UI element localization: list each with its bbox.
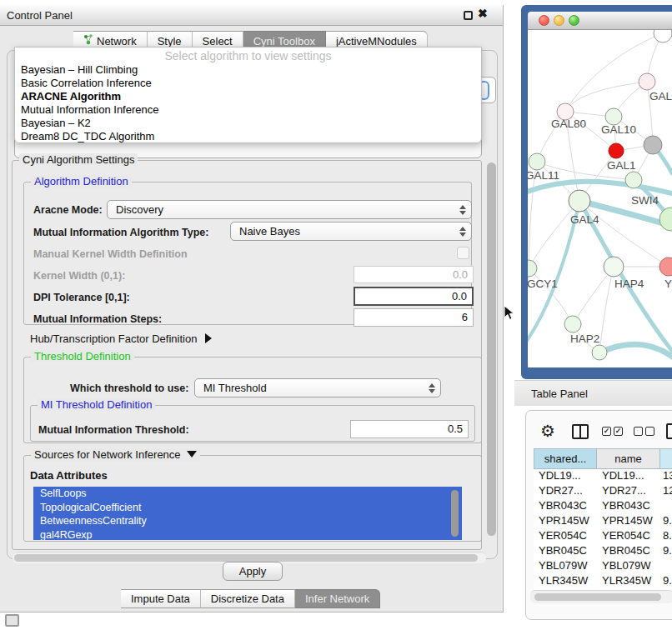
network-node[interactable] — [569, 190, 590, 212]
cell-shared-name: YBR045C — [534, 544, 597, 559]
network-node[interactable] — [625, 172, 642, 188]
zoom-traffic-light-icon[interactable] — [569, 15, 579, 26]
bottom-tab[interactable]: Impute Data — [121, 589, 201, 608]
network-node-label: SWI4 — [631, 194, 659, 207]
network-canvas[interactable]: GALGAL80GAL10GAL1GAL11SWI4GAL4GCY1HAP4YH… — [528, 30, 672, 368]
algorithm-option[interactable]: Mutual Information Inference — [15, 103, 481, 117]
table-row[interactable]: YBR045C YBR045C 9. — [534, 544, 672, 559]
apply-button[interactable]: Apply — [223, 562, 283, 581]
cell-shared-name: YBR043C — [534, 499, 597, 514]
mouse-cursor — [504, 305, 514, 321]
mi-steps-field[interactable]: 6 — [354, 308, 474, 327]
data-attribute-item[interactable]: TopologicalCoefficient — [33, 501, 462, 515]
table-row[interactable]: YDL19... YDL19... 13 — [534, 469, 672, 484]
table-row[interactable]: YLR345W YLR345W 9. — [534, 574, 672, 589]
network-node[interactable] — [654, 30, 672, 42]
network-node[interactable] — [592, 345, 607, 360]
manual-kernel-label: Manual Kernel Width Definition — [33, 248, 188, 260]
network-node[interactable] — [604, 257, 624, 277]
sources-group-title[interactable]: Sources for Network Inference — [31, 448, 200, 461]
network-node-label: GCY1 — [528, 278, 558, 290]
network-node[interactable] — [644, 136, 662, 154]
network-node-label: GAL11 — [528, 169, 559, 182]
mi-threshold-label: Mutual Information Threshold: — [38, 424, 189, 436]
bottom-tab[interactable]: Discretize Data — [201, 589, 295, 608]
network-tab-icon — [83, 34, 93, 48]
table-hscrollbar[interactable] — [530, 590, 672, 603]
network-node[interactable] — [529, 153, 545, 170]
spinner-icon — [429, 383, 435, 393]
data-attribute-item[interactable]: SelfLoops — [33, 487, 462, 501]
which-threshold-select[interactable]: MI Threshold — [194, 378, 441, 398]
table-row[interactable]: YBR043C YBR043C — [534, 499, 672, 514]
cell-value: 9. — [660, 574, 672, 589]
cell-value: 9. — [660, 514, 672, 529]
select-all-icon[interactable]: ✓✓ — [602, 427, 623, 436]
network-node-label: GAL — [649, 90, 672, 102]
tab-label: Select — [203, 35, 233, 48]
table-hscrollbar-thumb[interactable] — [534, 593, 661, 601]
close-traffic-light-icon[interactable] — [539, 15, 549, 26]
settings-group-title: Cyni Algorithm Settings — [19, 153, 138, 166]
float-window-icon[interactable] — [464, 11, 473, 20]
cell-name: YBR043C — [597, 499, 660, 514]
collapse-down-icon — [187, 451, 197, 458]
attributes-scrollbar[interactable] — [451, 490, 459, 537]
network-node[interactable] — [659, 258, 672, 276]
mi-threshold-field[interactable]: 0.5 — [350, 420, 469, 438]
expand-right-icon — [205, 333, 212, 343]
columns-icon[interactable] — [572, 424, 589, 439]
network-node[interactable] — [659, 208, 672, 231]
deselect-all-icon[interactable] — [634, 427, 654, 436]
algorithm-option[interactable]: Bayesian – Hill Climbing — [15, 63, 481, 77]
minimize-traffic-light-icon[interactable] — [554, 15, 564, 26]
close-icon[interactable]: ✖ — [478, 7, 488, 20]
network-node[interactable] — [528, 260, 537, 277]
cell-shared-name: YLR345W — [534, 574, 597, 589]
network-node-label: Y — [664, 278, 672, 290]
aracne-mode-label: Aracne Mode: — [33, 204, 103, 216]
cell-name: YLR345W — [597, 574, 660, 589]
network-node-label: GAL80 — [551, 118, 586, 130]
table-settings-gear-icon[interactable]: ⚙ — [540, 422, 555, 440]
dpi-tolerance-field[interactable]: 0.0 — [354, 287, 474, 306]
data-attribute-item[interactable]: BetweennessCentrality — [33, 514, 462, 528]
cell-shared-name: YDL19... — [534, 469, 597, 484]
table-row[interactable]: YDR27... YDR27... 12 — [534, 484, 672, 499]
cell-value: 8. — [660, 529, 672, 544]
table-row[interactable]: YER054C YER054C 8. — [534, 529, 672, 544]
mi-type-value: Naive Bayes — [239, 225, 300, 238]
bottom-tab[interactable]: Infer Network — [295, 589, 380, 608]
aracne-mode-select[interactable]: Discovery — [107, 200, 472, 219]
tab-label: Cyni Toolbox — [253, 35, 315, 48]
algorithm-option[interactable]: Bayesian – K2 — [15, 117, 481, 130]
col-header-name[interactable]: name — [597, 448, 660, 469]
algorithm-option[interactable]: Dream8 DC_TDC Algorithm — [15, 130, 481, 143]
col-header-third[interactable] — [660, 448, 672, 469]
aracne-mode-value: Discovery — [116, 203, 163, 216]
network-node[interactable] — [564, 316, 581, 332]
kernel-width-field[interactable]: 0.0 — [354, 266, 474, 283]
hub-section-toggle[interactable]: Hub/Transcription Factor Definition — [30, 332, 212, 345]
settings-hscrollbar-thumb[interactable] — [14, 554, 478, 562]
algorithm-option[interactable]: ARACNE Algorithm — [15, 90, 481, 103]
cell-name: YPR145W — [597, 514, 660, 529]
network-node[interactable] — [609, 143, 624, 158]
cell-name: YDR27... — [597, 484, 660, 499]
col-header-shared[interactable]: shared... — [534, 448, 597, 469]
manual-kernel-checkbox[interactable] — [457, 247, 469, 259]
hub-section-label: Hub/Transcription Factor Definition — [30, 332, 197, 345]
algorithm-option[interactable]: Basic Correlation Inference — [15, 77, 481, 90]
network-node-label: GAL4 — [570, 213, 599, 226]
mi-type-select[interactable]: Naive Bayes — [230, 222, 472, 241]
network-node[interactable] — [605, 108, 622, 125]
table-row[interactable]: YBL079W YBL079W — [534, 559, 672, 574]
network-node[interactable] — [639, 73, 655, 90]
collapsed-panel-icon[interactable] — [5, 614, 19, 627]
which-threshold-label: Which threshold to use: — [70, 382, 188, 394]
new-table-icon[interactable] — [666, 423, 672, 439]
settings-scrollbar[interactable] — [487, 162, 496, 536]
data-attribute-item[interactable]: gal4RGexp — [33, 528, 462, 541]
table-row[interactable]: YPR145W YPR145W 9. — [534, 514, 672, 529]
network-node-label: GAL10 — [601, 123, 636, 136]
